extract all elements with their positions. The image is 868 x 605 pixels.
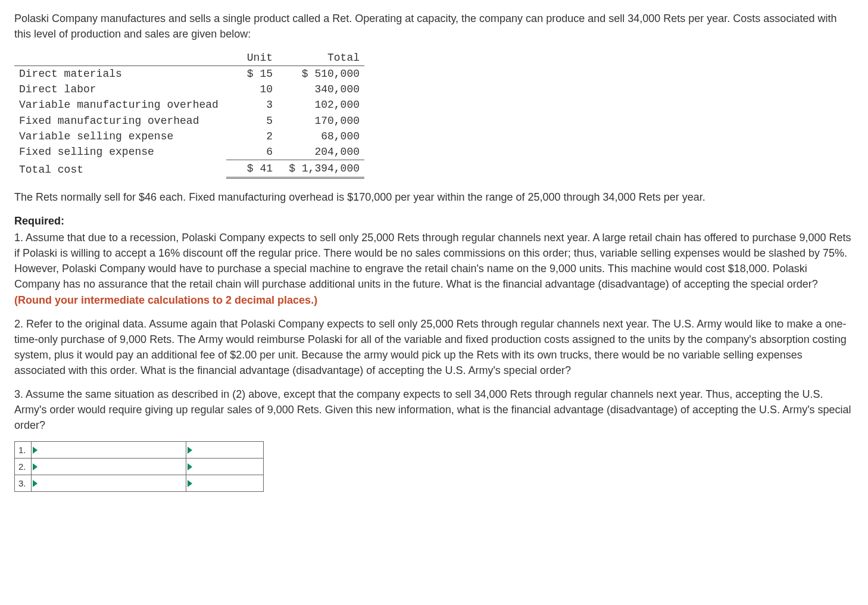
question-2: 2. Refer to the original data. Assume ag…	[14, 316, 854, 378]
after-table-paragraph: The Rets normally sell for $46 each. Fix…	[14, 189, 854, 205]
answer-row-number: 1.	[15, 442, 32, 459]
table-row: Variable selling expense268,000	[14, 129, 364, 144]
table-row: Variable manufacturing overhead3102,000	[14, 97, 364, 113]
question-3: 3. Assume the same situation as describe…	[14, 386, 854, 433]
chevron-right-icon	[188, 480, 192, 487]
table-row: Direct labor10340,000	[14, 82, 364, 97]
answer-row-number: 3.	[15, 475, 32, 492]
answer-grid: 1. 2. 3.	[14, 441, 264, 492]
table-total-row: Total cost$ 41$ 1,394,000	[14, 160, 364, 177]
table-row: Fixed selling expense6204,000	[14, 144, 364, 160]
required-heading: Required:	[14, 213, 854, 229]
answer-row: 1.	[15, 442, 264, 459]
chevron-right-icon	[33, 463, 38, 470]
answer-type-dropdown[interactable]	[32, 459, 186, 475]
table-row: Direct materials$ 15$ 510,000	[14, 66, 364, 82]
answer-value-input[interactable]	[186, 475, 264, 492]
answer-value-input[interactable]	[186, 442, 264, 459]
answer-row: 2.	[15, 459, 264, 475]
chevron-right-icon	[188, 463, 192, 470]
chevron-right-icon	[33, 447, 38, 454]
question-1: 1. Assume that due to a recession, Polas…	[14, 230, 854, 307]
answer-row: 3.	[15, 475, 264, 492]
header-unit: Unit	[226, 50, 277, 66]
chevron-right-icon	[33, 480, 38, 487]
chevron-right-icon	[188, 447, 192, 454]
header-total: Total	[277, 50, 364, 66]
cost-table: Unit Total Direct materials$ 15$ 510,000…	[14, 50, 364, 179]
answer-row-number: 2.	[15, 459, 32, 475]
answer-type-dropdown[interactable]	[32, 442, 186, 459]
answer-type-dropdown[interactable]	[32, 475, 186, 492]
answer-value-input[interactable]	[186, 459, 264, 475]
intro-paragraph: Polaski Company manufactures and sells a…	[14, 11, 854, 42]
table-row: Fixed manufacturing overhead5170,000	[14, 113, 364, 129]
question-1-text: 1. Assume that due to a recession, Polas…	[14, 232, 851, 290]
question-1-hint: (Round your intermediate calculations to…	[14, 294, 317, 306]
